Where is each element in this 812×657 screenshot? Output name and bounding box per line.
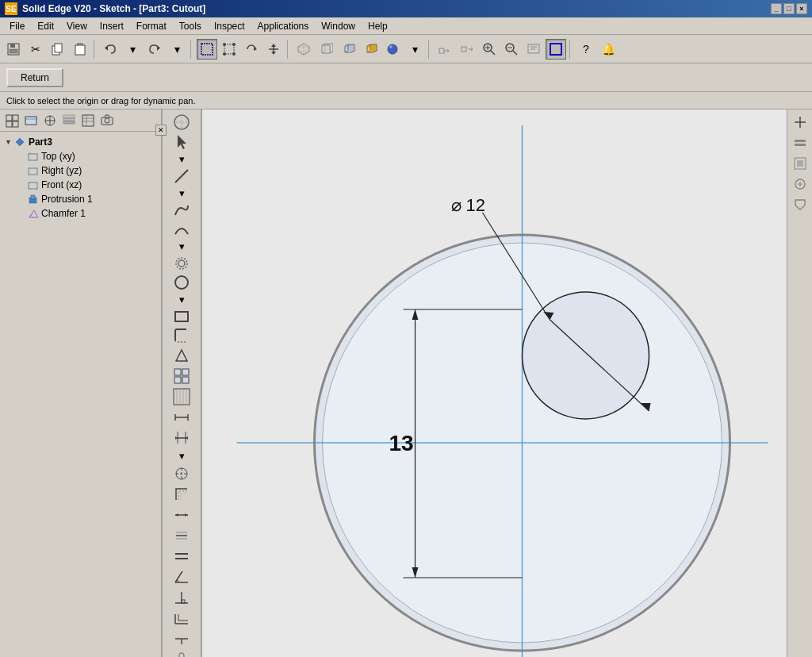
side-tool-shape1[interactable] <box>170 346 193 365</box>
svg-rect-149 <box>797 160 803 167</box>
zoom-tb[interactable] <box>479 39 500 60</box>
menu-format[interactable]: Format <box>130 19 173 33</box>
menu-applications[interactable]: Applications <box>251 19 316 33</box>
side-tool-circle[interactable] <box>170 274 193 291</box>
maximize-button[interactable]: □ <box>783 3 795 14</box>
side-tool-dim-h[interactable] <box>170 408 193 427</box>
copy-button[interactable] <box>48 39 68 60</box>
side-tool-pattern[interactable] <box>170 367 193 386</box>
view-3d-color[interactable] <box>360 39 381 60</box>
rotate-tool[interactable] <box>241 39 262 60</box>
panel-tb-table[interactable] <box>79 112 97 129</box>
panel-tb-3[interactable] <box>41 112 59 129</box>
move-tool[interactable] <box>263 39 284 60</box>
side-tool-line[interactable] <box>170 167 193 185</box>
tree-item-right[interactable]: ▶ Right (yz) <box>3 163 158 178</box>
undo-dropdown[interactable]: ▾ <box>122 39 143 60</box>
side-tool-angle[interactable] <box>170 567 193 586</box>
side-tool-dim-dropdown[interactable]: ▾ <box>170 449 193 463</box>
menu-edit[interactable]: Edit <box>31 19 60 33</box>
right-tool-5[interactable] <box>790 195 810 214</box>
panel-close-button[interactable]: ✕ <box>155 125 167 136</box>
render-dropdown[interactable]: ▾ <box>404 39 425 60</box>
side-tool-center[interactable] <box>170 464 193 483</box>
alert-button[interactable]: 🔔 <box>598 39 619 60</box>
tree-root[interactable]: ▼ Part3 <box>3 135 158 149</box>
side-tool-line-dropdown[interactable]: ▾ <box>170 186 193 200</box>
view-3d-1[interactable] <box>293 39 314 60</box>
panel-tb-layers[interactable] <box>60 112 78 129</box>
protrusion-icon <box>26 193 39 206</box>
right-tool-4[interactable] <box>790 175 810 194</box>
side-tool-lock[interactable] <box>170 650 193 657</box>
side-tool-arrow[interactable] <box>170 133 193 151</box>
svg-line-67 <box>175 170 188 182</box>
side-tool-circle-dropdown[interactable]: ▾ <box>170 293 193 306</box>
return-button[interactable]: Return <box>6 68 63 87</box>
tree-item-top[interactable]: ▶ Top (xy) <box>3 149 158 163</box>
menu-tools[interactable]: Tools <box>173 19 208 33</box>
render-btn[interactable] <box>382 39 403 60</box>
minimize-button[interactable]: _ <box>771 3 782 14</box>
side-tool-arrow-dropdown[interactable]: ▾ <box>170 152 193 166</box>
zoom-all-tb[interactable] <box>523 39 544 60</box>
draw-tb-1[interactable] <box>435 39 455 60</box>
undo-button[interactable] <box>100 39 121 60</box>
draw-border-tb[interactable] <box>546 39 566 60</box>
toolbar-separator-5 <box>569 40 573 59</box>
cut-button[interactable]: ✂ <box>25 39 46 60</box>
svg-line-56 <box>37 152 38 154</box>
side-tool-curve[interactable] <box>170 202 193 219</box>
view-3d-2[interactable] <box>316 39 336 60</box>
side-tool-dim-ext[interactable] <box>170 428 193 448</box>
panel-tb-camera[interactable] <box>98 112 116 129</box>
menu-file[interactable]: File <box>3 19 31 33</box>
right-tool-1[interactable] <box>790 113 810 132</box>
side-tool-circle-indicator[interactable] <box>170 113 193 132</box>
redo-dropdown[interactable]: ▾ <box>167 39 187 60</box>
canvas-area[interactable]: ⌀ 12 13 <box>202 110 787 657</box>
menu-window[interactable]: Window <box>315 19 362 33</box>
svg-rect-72 <box>174 369 181 375</box>
svg-line-62 <box>29 213 33 217</box>
side-tool-gear[interactable] <box>170 255 193 272</box>
panel-tb-2[interactable] <box>22 112 40 129</box>
tree-item-chamfer[interactable]: ▶ Chamfer 1 <box>3 206 158 221</box>
svg-rect-39 <box>13 121 18 127</box>
zoom-out-tb[interactable] <box>501 39 522 60</box>
right-tool-2[interactable] <box>790 133 810 152</box>
tree-item-protrusion[interactable]: ▶ Protrusion 1 <box>3 192 158 206</box>
view-3d-3[interactable] <box>338 39 358 60</box>
tree-item-front[interactable]: ▶ Front (xz) <box>3 178 158 192</box>
menu-inspect[interactable]: Inspect <box>208 19 251 33</box>
side-tool-offset2[interactable] <box>170 526 193 545</box>
help-button[interactable]: ? <box>576 39 596 60</box>
side-tool-arc[interactable] <box>170 221 193 238</box>
side-tool-arrow-dim[interactable] <box>170 505 193 524</box>
paste-button[interactable] <box>70 39 90 60</box>
svg-rect-146 <box>795 140 806 142</box>
draw-tb-2[interactable] <box>457 39 477 60</box>
title-bar: SE Solid Edge V20 - Sketch - [Part3: Cut… <box>0 0 812 17</box>
menu-help[interactable]: Help <box>362 19 394 33</box>
select-tool-button[interactable] <box>197 39 217 60</box>
side-tool-hatch[interactable] <box>170 387 193 406</box>
close-button[interactable]: × <box>796 3 807 14</box>
side-tool-arc-dropdown[interactable]: ▾ <box>170 240 193 253</box>
side-tool-t-intersect[interactable] <box>170 629 193 648</box>
window-controls[interactable]: _ □ × <box>771 3 807 14</box>
side-tool-corner[interactable] <box>170 327 193 344</box>
save-button[interactable] <box>3 39 24 60</box>
side-tool-offset1[interactable] <box>170 485 193 504</box>
side-tool-perp[interactable] <box>170 588 193 607</box>
menu-view[interactable]: View <box>60 19 94 33</box>
side-tool-rectangle[interactable] <box>170 308 193 325</box>
right-tool-3[interactable] <box>790 154 810 173</box>
side-tool-equal1[interactable] <box>170 547 193 566</box>
fence-select-button[interactable] <box>219 39 239 60</box>
menu-insert[interactable]: Insert <box>94 19 130 33</box>
redo-button[interactable] <box>144 39 165 60</box>
svg-line-26 <box>491 51 495 55</box>
panel-tb-1[interactable] <box>3 112 21 129</box>
side-tool-corner2[interactable] <box>170 609 193 628</box>
